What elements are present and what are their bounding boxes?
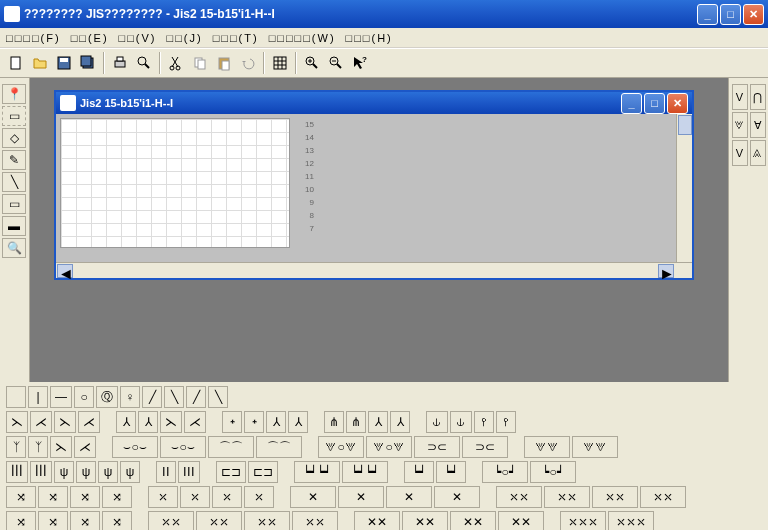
stitch-q[interactable]: Ⓠ xyxy=(96,386,118,408)
s-r4-2[interactable]: ꟾꟾꟾ xyxy=(30,461,52,483)
s-r2-9[interactable]: ᛭ xyxy=(222,411,242,433)
menu-edit[interactable]: □□(E) xyxy=(71,32,109,44)
s-r3-13[interactable]: ⩔⩔ xyxy=(524,436,570,458)
stitch-bslash[interactable]: ╲ xyxy=(164,386,184,408)
stitch-slash[interactable]: ╱ xyxy=(142,386,162,408)
s-r2-6[interactable]: ⅄ xyxy=(138,411,158,433)
s-r3-12[interactable]: ⊃⊂ xyxy=(462,436,508,458)
stitch-person[interactable]: ♀ xyxy=(120,386,140,408)
s-r2-2[interactable]: ⋌ xyxy=(30,411,52,433)
s-r2-20[interactable]: ⫯ xyxy=(496,411,516,433)
s-r2-18[interactable]: ⫝ xyxy=(450,411,472,433)
child-close-button[interactable]: ✕ xyxy=(667,93,688,114)
s-r6-4[interactable]: ⤨ xyxy=(102,511,132,530)
s-r4-13[interactable]: ┕┙ xyxy=(404,461,434,483)
fill-rect-tool[interactable]: ▬ xyxy=(2,216,26,236)
stamp-tool[interactable]: 📍 xyxy=(2,84,26,104)
close-button[interactable]: ✕ xyxy=(743,4,764,25)
editing-grid[interactable] xyxy=(60,118,290,248)
s-r4-8[interactable]: ⅠⅠⅠ xyxy=(178,461,200,483)
stitch-dash[interactable]: — xyxy=(50,386,72,408)
s-r6-7[interactable]: ⤫⤫ xyxy=(244,511,290,530)
zoom-in-button[interactable] xyxy=(301,52,323,74)
s-r2-8[interactable]: ⋌ xyxy=(184,411,206,433)
stitch-v3[interactable]: V xyxy=(732,140,748,166)
new-button[interactable] xyxy=(5,52,27,74)
s-r5-4[interactable]: ⤨ xyxy=(102,486,132,508)
stitch-v1[interactable]: V xyxy=(732,84,748,110)
s-r2-19[interactable]: ⫯ xyxy=(474,411,494,433)
open-button[interactable] xyxy=(29,52,51,74)
menu-file[interactable]: □□□□(F) xyxy=(6,32,61,44)
s-r3-2[interactable]: ᛉ xyxy=(28,436,48,458)
grid-button[interactable] xyxy=(269,52,291,74)
s-r5-8[interactable]: ⤫ xyxy=(244,486,274,508)
s-r4-6[interactable]: ψ xyxy=(120,461,140,483)
menu-view[interactable]: □□(V) xyxy=(119,32,157,44)
pen-tool[interactable]: ✎ xyxy=(2,150,26,170)
s-r4-3[interactable]: ψ xyxy=(54,461,74,483)
s-r6-6[interactable]: ⤫⤫ xyxy=(196,511,242,530)
s-r2-17[interactable]: ⫝ xyxy=(426,411,448,433)
s-r6-11[interactable]: ✕✕ xyxy=(450,511,496,530)
s-r4-1[interactable]: ꟾꟾꟾ xyxy=(6,461,28,483)
s-r5-11[interactable]: ✕ xyxy=(386,486,432,508)
s-r4-11[interactable]: ┕┙┕┙ xyxy=(294,461,340,483)
s-r6-10[interactable]: ✕✕ xyxy=(402,511,448,530)
stitch-a3[interactable]: ⩓ xyxy=(750,140,766,166)
s-r5-14[interactable]: ⤬⤬ xyxy=(544,486,590,508)
s-r6-3[interactable]: ⤨ xyxy=(70,511,100,530)
undo-button[interactable] xyxy=(237,52,259,74)
child-maximize-button[interactable]: □ xyxy=(644,93,665,114)
picker-tool[interactable]: 🔍 xyxy=(2,238,26,258)
s-r2-15[interactable]: ⅄ xyxy=(368,411,388,433)
s-r5-12[interactable]: ✕ xyxy=(434,486,480,508)
stitch-circle[interactable]: ○ xyxy=(74,386,94,408)
s-r3-8[interactable]: ⌒⌒ xyxy=(256,436,302,458)
stitch-vbar[interactable]: | xyxy=(28,386,48,408)
s-r6-13[interactable]: ⤬⤬⤬ xyxy=(560,511,606,530)
s-r4-15[interactable]: ┕○┙ xyxy=(482,461,528,483)
print-preview-button[interactable] xyxy=(133,52,155,74)
child-titlebar[interactable]: Jis2 15-b15'i1-H--I _ □ ✕ xyxy=(56,92,692,114)
s-r5-3[interactable]: ⤨ xyxy=(70,486,100,508)
s-r6-9[interactable]: ✕✕ xyxy=(354,511,400,530)
s-r6-5[interactable]: ⤫⤫ xyxy=(148,511,194,530)
stitch-slash2[interactable]: ╱ xyxy=(186,386,206,408)
s-r5-5[interactable]: ⤫ xyxy=(148,486,178,508)
s-r3-3[interactable]: ⋋ xyxy=(50,436,72,458)
help-cursor-button[interactable]: ? xyxy=(349,52,371,74)
s-r5-16[interactable]: ⤬⤬ xyxy=(640,486,686,508)
select-tool[interactable]: ▭ xyxy=(2,106,26,126)
stitch-bslash2[interactable]: ╲ xyxy=(208,386,228,408)
s-r3-6[interactable]: ⌣○⌣ xyxy=(160,436,206,458)
s-r6-2[interactable]: ⤨ xyxy=(38,511,68,530)
menu-window[interactable]: □□□□□(W) xyxy=(269,32,336,44)
s-r4-4[interactable]: ψ xyxy=(76,461,96,483)
s-r2-11[interactable]: ⅄ xyxy=(266,411,286,433)
child-minimize-button[interactable]: _ xyxy=(621,93,642,114)
s-r4-12[interactable]: ┕┙┕┙ xyxy=(342,461,388,483)
s-r2-13[interactable]: ⋔ xyxy=(324,411,344,433)
stitch-blank[interactable] xyxy=(6,386,26,408)
s-r5-13[interactable]: ⤬⤬ xyxy=(496,486,542,508)
s-r5-10[interactable]: ✕ xyxy=(338,486,384,508)
s-r3-10[interactable]: ⩔○⩔ xyxy=(366,436,412,458)
s-r2-14[interactable]: ⋔ xyxy=(346,411,366,433)
s-r5-2[interactable]: ⤨ xyxy=(38,486,68,508)
s-r2-4[interactable]: ⋌ xyxy=(78,411,100,433)
rect-tool[interactable]: ▭ xyxy=(2,194,26,214)
hscroll-right-button[interactable]: ► xyxy=(658,264,674,278)
s-r5-15[interactable]: ⤬⤬ xyxy=(592,486,638,508)
child-vscroll[interactable] xyxy=(676,114,692,262)
s-r2-10[interactable]: ᛭ xyxy=(244,411,264,433)
stitch-a2[interactable]: ∀ xyxy=(750,112,766,138)
s-r5-7[interactable]: ⤫ xyxy=(212,486,242,508)
s-r6-1[interactable]: ⤨ xyxy=(6,511,36,530)
s-r3-4[interactable]: ⋌ xyxy=(74,436,96,458)
menu-j[interactable]: □□(J) xyxy=(167,32,203,44)
s-r4-14[interactable]: ┕┙ xyxy=(436,461,466,483)
menu-t[interactable]: □□□(T) xyxy=(213,32,259,44)
s-r3-7[interactable]: ⌒⌒ xyxy=(208,436,254,458)
s-r6-8[interactable]: ⤫⤫ xyxy=(292,511,338,530)
